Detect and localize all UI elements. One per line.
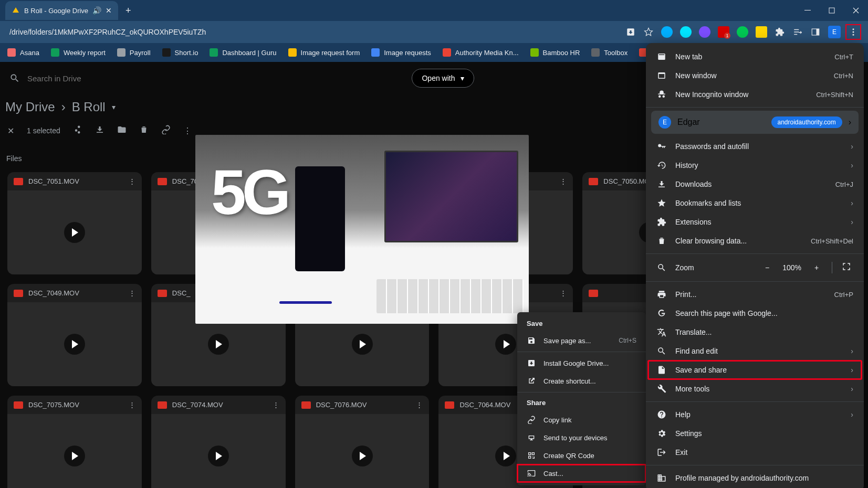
link-icon[interactable]	[161, 125, 171, 136]
extension-icon-4[interactable]	[718, 26, 729, 38]
file-more-icon[interactable]: ⋮	[129, 289, 135, 297]
file-thumbnail[interactable]: DSC_7075.MOV⋮	[7, 396, 142, 488]
browser-tab[interactable]: B Roll - Google Drive 🔊 ✕	[5, 1, 118, 20]
close-tab-icon[interactable]: ✕	[106, 6, 112, 15]
save-and-share-item[interactable]: Save and share ›	[648, 360, 862, 379]
bookmark-item[interactable]: Weekly report	[46, 45, 111, 60]
new-tab-button[interactable]: +	[118, 5, 139, 16]
chevron-right-icon: ›	[851, 199, 853, 207]
close-window-button[interactable]	[844, 0, 868, 21]
file-more-icon[interactable]: ⋮	[560, 289, 567, 297]
open-with-button[interactable]: Open with ▾	[412, 69, 474, 88]
new-incognito-item[interactable]: New Incognito window Ctrl+Shift+N	[646, 85, 864, 104]
play-icon	[208, 334, 229, 355]
trash-icon[interactable]	[139, 125, 149, 136]
extensions-puzzle-icon[interactable]	[775, 27, 785, 37]
settings-item[interactable]: Settings	[646, 424, 864, 443]
fullscreen-button[interactable]	[842, 262, 853, 273]
shortcut-icon	[527, 377, 536, 385]
file-thumbnail[interactable]: DSC_7051.MOV⋮	[7, 172, 142, 274]
translate-item[interactable]: Translate...	[646, 323, 864, 342]
bookmark-star-icon[interactable]	[643, 27, 654, 37]
search-google-item[interactable]: Search this page with Google...	[646, 304, 864, 323]
new-window-item[interactable]: New window Ctrl+N	[646, 66, 864, 85]
downloads-item[interactable]: Downloads Ctrl+J	[646, 175, 864, 194]
exit-item[interactable]: Exit	[646, 443, 864, 462]
zoom-in-button[interactable]: +	[811, 262, 822, 273]
bookmark-favicon	[117, 48, 126, 57]
create-qr-item[interactable]: Create QR Code	[517, 447, 646, 464]
chevron-right-icon: ›	[851, 410, 853, 419]
bookmark-item[interactable]: Toolbox	[586, 45, 633, 60]
file-more-icon[interactable]: ⋮	[560, 177, 567, 185]
history-item[interactable]: History ›	[646, 156, 864, 175]
bookmark-item[interactable]: Dashboard | Guru	[204, 45, 281, 60]
video-file-icon	[14, 178, 23, 185]
create-shortcut-item[interactable]: Create shortcut...	[517, 372, 646, 390]
breadcrumb-root[interactable]: My Drive	[5, 100, 55, 114]
bookmark-favicon	[591, 48, 600, 57]
reading-list-icon[interactable]	[792, 27, 803, 37]
file-thumbnail[interactable]: DSC_7074.MOV⋮	[151, 396, 286, 488]
file-more-icon[interactable]: ⋮	[129, 401, 135, 409]
new-tab-item[interactable]: New tab Ctrl+T	[646, 47, 864, 66]
more-tools-item[interactable]: More tools ›	[646, 379, 864, 398]
extensions-item[interactable]: Extensions ›	[646, 213, 864, 231]
file-thumbnail[interactable]: DSC_7049.MOV⋮	[7, 284, 142, 386]
play-icon	[208, 445, 229, 466]
cast-item[interactable]: Cast...	[517, 464, 646, 482]
download-icon[interactable]	[95, 125, 104, 136]
incognito-icon	[656, 90, 667, 99]
files-heading: Files	[6, 154, 22, 163]
breadcrumb-current[interactable]: B Roll	[72, 100, 106, 114]
url-input[interactable]	[4, 28, 625, 36]
profile-item[interactable]: E Edgar androidauthority.com ›	[651, 111, 859, 134]
bookmark-favicon	[371, 48, 380, 57]
bookmark-item[interactable]: Authority Media Kn...	[437, 45, 524, 60]
help-item[interactable]: Help ›	[646, 405, 864, 424]
install-app-icon[interactable]	[625, 27, 636, 37]
extension-icon-5[interactable]	[737, 26, 748, 38]
close-selection-icon[interactable]: ✕	[7, 126, 14, 136]
more-actions-icon[interactable]: ⋮	[183, 126, 192, 136]
side-panel-icon[interactable]	[810, 27, 821, 37]
svg-point-6	[853, 34, 854, 36]
bookmark-item[interactable]: Asana	[2, 45, 45, 60]
extension-icon-3[interactable]	[699, 26, 710, 38]
move-icon[interactable]	[117, 125, 127, 136]
video-preview[interactable]: 5G	[195, 135, 529, 324]
send-to-devices-item[interactable]: Send to your devices	[517, 429, 646, 447]
install-app-item[interactable]: Install Google Drive...	[517, 354, 646, 372]
extension-icon-2[interactable]	[680, 26, 692, 38]
passwords-item[interactable]: Passwords and autofill ›	[646, 137, 864, 156]
clear-data-item[interactable]: Clear browsing data... Ctrl+Shift+Del	[646, 231, 864, 250]
file-more-icon[interactable]: ⋮	[273, 401, 279, 409]
file-more-icon[interactable]: ⋮	[129, 177, 135, 185]
print-item[interactable]: Print... Ctrl+P	[646, 285, 864, 304]
bookmark-item[interactable]: Bamboo HR	[525, 45, 585, 60]
extension-icon-6[interactable]	[756, 26, 767, 38]
search-input[interactable]	[27, 74, 132, 83]
audio-icon[interactable]: 🔊	[92, 6, 101, 15]
bookmark-item[interactable]: Payroll	[112, 45, 156, 60]
profile-avatar[interactable]: E	[828, 26, 841, 38]
breadcrumb: My Drive › B Roll ▾	[5, 100, 116, 114]
bookmark-item[interactable]: Image requests	[366, 45, 436, 60]
managed-by-item[interactable]: Profile managed by androidauthority.com	[646, 469, 864, 487]
save-page-as-item[interactable]: Save page as... Ctrl+S	[517, 332, 646, 349]
bookmark-item[interactable]: Image request form	[283, 45, 365, 60]
minimize-button[interactable]	[796, 0, 820, 21]
bookmark-item[interactable]: Short.io	[157, 45, 204, 60]
chrome-menu-button[interactable]	[848, 27, 859, 37]
exit-icon	[656, 448, 667, 457]
zoom-out-button[interactable]: −	[761, 262, 773, 273]
extension-icon-1[interactable]	[661, 26, 673, 38]
file-thumbnail[interactable]: DSC_7076.MOV⋮	[295, 396, 430, 488]
file-more-icon[interactable]: ⋮	[416, 401, 423, 409]
bookmarks-item[interactable]: Bookmarks and lists ›	[646, 194, 864, 213]
find-edit-item[interactable]: Find and edit ›	[646, 342, 864, 360]
maximize-button[interactable]	[820, 0, 844, 21]
share-icon[interactable]	[73, 125, 82, 136]
chevron-down-icon[interactable]: ▾	[112, 103, 116, 111]
copy-link-item[interactable]: Copy link	[517, 411, 646, 429]
